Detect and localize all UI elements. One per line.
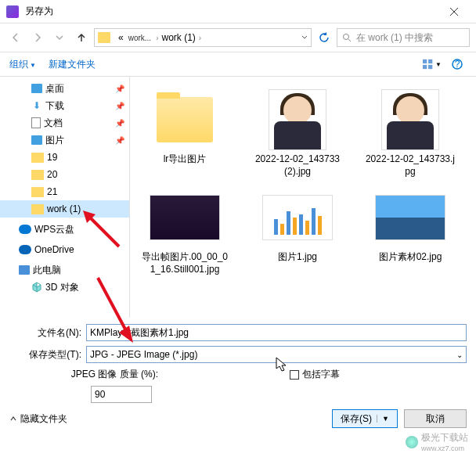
sidebar-item-work1[interactable]: work (1)	[0, 200, 129, 218]
search-input[interactable]: 在 work (1) 中搜索	[337, 28, 470, 47]
sidebar: 桌面📌 ⬇下载📌 文档📌 图片📌 19 20 21 work (1) WPS云盘…	[0, 77, 130, 318]
chevron-right-icon: ›	[156, 34, 158, 42]
close-icon	[450, 8, 458, 16]
chevron-up-icon	[9, 415, 17, 423]
quality-input[interactable]	[91, 386, 152, 403]
watermark-logo-icon	[406, 436, 418, 448]
subtitle-checkbox[interactable]: 包括字幕	[290, 368, 340, 381]
image-thumbnail	[262, 195, 333, 240]
image-thumbnail	[150, 195, 220, 240]
view-icon	[423, 59, 434, 70]
folder-icon	[98, 32, 110, 43]
forward-button[interactable]	[28, 28, 47, 47]
image-thumbnail	[381, 89, 439, 150]
back-button[interactable]	[6, 28, 25, 47]
download-icon: ⬇	[31, 100, 42, 111]
up-button[interactable]	[72, 28, 91, 47]
desktop-icon	[31, 84, 42, 93]
folder-icon	[31, 204, 44, 214]
svg-point-0	[344, 34, 349, 40]
sidebar-item-pictures[interactable]: 图片📌	[0, 131, 129, 149]
main-area: 桌面📌 ⬇下载📌 文档📌 图片📌 19 20 21 work (1) WPS云盘…	[0, 77, 476, 318]
sidebar-item-documents[interactable]: 文档📌	[0, 114, 129, 131]
file-item-folder[interactable]: lr导出图片	[136, 86, 233, 181]
sidebar-item-3dobjects[interactable]: 3D 对象	[0, 279, 129, 296]
organize-menu[interactable]: 组织▼	[9, 58, 36, 71]
search-placeholder: 在 work (1) 中搜索	[356, 31, 433, 45]
sidebar-item-desktop[interactable]: 桌面📌	[0, 80, 129, 97]
bottom-form: 文件名(N): 保存类型(T): JPG - JPEG Image (*.jpg…	[0, 318, 476, 409]
chevron-down-icon: ⌄	[456, 351, 463, 359]
folder-icon	[31, 187, 44, 197]
svg-rect-3	[423, 65, 427, 69]
hide-folders-toggle[interactable]: 隐藏文件夹	[9, 412, 67, 426]
sidebar-item-onedrive[interactable]: OneDrive	[0, 241, 129, 258]
sidebar-item-21[interactable]: 21	[0, 183, 129, 200]
sidebar-item-wps[interactable]: WPS云盘	[0, 221, 129, 238]
folder-icon	[31, 153, 44, 163]
file-item-image[interactable]: 导出帧图片.00_00_01_16.Still001.jpg	[136, 184, 233, 279]
filename-input[interactable]	[86, 324, 467, 341]
app-icon	[6, 5, 19, 18]
folder-icon	[157, 97, 213, 142]
checkbox-icon	[290, 370, 299, 380]
image-thumbnail	[269, 89, 326, 150]
pin-icon: 📌	[115, 119, 124, 128]
pin-icon: 📌	[115, 85, 124, 93]
recent-button[interactable]	[50, 28, 69, 47]
titlebar: 另存为	[0, 0, 476, 23]
breadcrumb[interactable]: « work... › work (1) ›	[94, 28, 312, 47]
arrow-left-icon	[10, 32, 21, 43]
close-button[interactable]	[438, 1, 470, 23]
dialog-title: 另存为	[25, 5, 438, 18]
filename-label: 文件名(N):	[9, 326, 86, 340]
svg-rect-1	[423, 59, 427, 63]
document-icon	[31, 117, 41, 128]
onedrive-icon	[19, 245, 31, 254]
filetype-label: 保存类型(T):	[9, 348, 86, 362]
breadcrumb-item[interactable]: work...	[128, 34, 151, 42]
sidebar-item-thispc[interactable]: 此电脑	[0, 261, 129, 279]
refresh-icon	[319, 32, 330, 43]
chevron-right-icon: ›	[199, 34, 201, 42]
svg-rect-4	[428, 65, 432, 69]
toolbar: 组织▼ 新建文件夹 ▼ ?	[0, 52, 476, 77]
arrow-up-icon	[76, 32, 87, 43]
new-folder-button[interactable]: 新建文件夹	[49, 58, 96, 71]
image-thumbnail	[375, 195, 445, 240]
view-button[interactable]: ▼	[423, 55, 442, 74]
help-button[interactable]: ?	[448, 55, 467, 74]
pictures-icon	[31, 135, 42, 145]
search-icon	[342, 33, 352, 42]
watermark: 极光下载站 www.xz7.com	[406, 431, 468, 452]
nav-bar: « work... › work (1) › 在 work (1) 中搜索	[0, 23, 476, 52]
file-item-image[interactable]: 2022-12-02_143733 (2).jpg	[249, 86, 346, 181]
arrow-right-icon	[32, 32, 43, 43]
wps-cloud-icon	[19, 225, 31, 234]
sidebar-item-19[interactable]: 19	[0, 149, 129, 166]
file-item-image[interactable]: 图片1.jpg	[249, 184, 346, 279]
file-item-image[interactable]: 图片素材02.jpg	[362, 184, 459, 279]
filetype-select[interactable]: JPG - JPEG Image (*.jpg) ⌄	[86, 346, 467, 363]
footer: 隐藏文件夹 保存(S)▼ 取消	[0, 409, 476, 436]
svg-rect-2	[428, 59, 432, 63]
refresh-button[interactable]	[315, 28, 334, 47]
sidebar-item-20[interactable]: 20	[0, 166, 129, 183]
cube-icon	[31, 282, 42, 293]
file-item-image[interactable]: 2022-12-02_143733.jpg	[362, 86, 459, 181]
save-button[interactable]: 保存(S)▼	[332, 409, 398, 428]
svg-text:?: ?	[455, 59, 460, 70]
chevron-down-icon[interactable]	[301, 34, 308, 41]
breadcrumb-seg[interactable]: «	[118, 32, 124, 43]
pc-icon	[19, 265, 30, 275]
pin-icon: 📌	[115, 102, 124, 110]
chevron-down-icon	[56, 34, 63, 41]
file-list[interactable]: lr导出图片 2022-12-02_143733 (2).jpg 2022-12…	[130, 77, 476, 318]
cancel-button[interactable]: 取消	[404, 409, 467, 428]
quality-label: JPEG 图像 质量 (%):	[9, 368, 163, 381]
breadcrumb-item[interactable]: work (1)	[161, 32, 195, 43]
folder-icon	[31, 170, 44, 180]
help-icon: ?	[452, 59, 463, 70]
sidebar-item-downloads[interactable]: ⬇下载📌	[0, 97, 129, 114]
pin-icon: 📌	[115, 136, 124, 145]
